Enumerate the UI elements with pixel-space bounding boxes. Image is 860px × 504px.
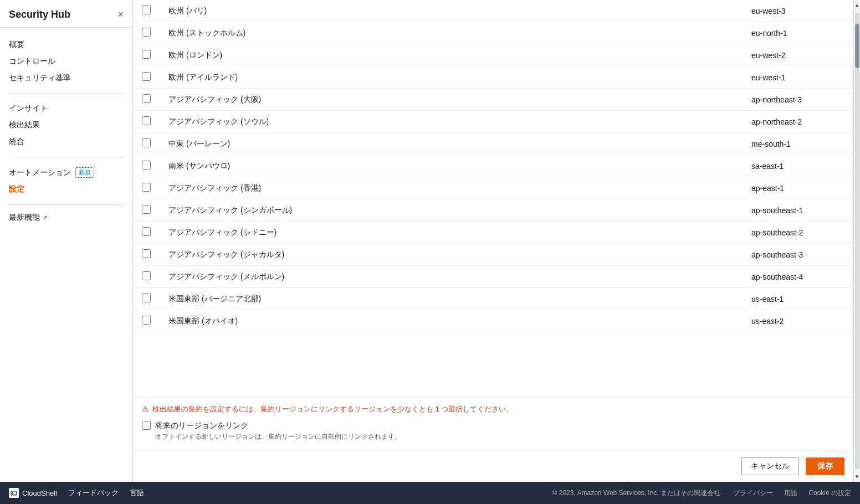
scrollbar-thumb[interactable]	[855, 24, 859, 68]
sidebar-header: Security Hub ×	[0, 0, 132, 28]
copyright-text: © 2023, Amazon Web Services, Inc. またはその関…	[552, 488, 723, 498]
region-name-0: 欧州 (パリ)	[160, 0, 743, 22]
bottom-bar-right: © 2023, Amazon Web Services, Inc. またはその関…	[552, 488, 851, 498]
sidebar-close-button[interactable]: ×	[117, 9, 124, 20]
region-checkbox-12[interactable]	[142, 271, 151, 280]
table-row: 米国東部 (バージニア北部) us-east-1	[133, 288, 853, 310]
nav-divider-3	[9, 204, 124, 205]
privacy-link[interactable]: プライバシー	[733, 488, 773, 498]
region-code-11: ap-southeast-3	[743, 244, 853, 266]
region-name-7: 南米 (サンパウロ)	[160, 155, 743, 177]
future-regions-text-block: 将来のリージョンをリンク オプトインする新しいリージョンは、集約リージョンに自動…	[155, 421, 401, 441]
region-code-8: ap-east-1	[743, 177, 853, 199]
region-name-14: 米国東部 (オハイオ)	[160, 310, 743, 332]
validation-text: 検出結果の集約を設定するには、集約リージョンにリンクするリージョンを少なくとも …	[152, 404, 513, 414]
region-name-12: アジアパシフィック (メルボルン)	[160, 266, 743, 288]
validation-message: ⚠ 検出結果の集約を設定するには、集約リージョンにリンクするリージョンを少なくと…	[142, 404, 844, 414]
region-code-3: eu-west-1	[743, 66, 853, 89]
regions-table: 欧州 (パリ) eu-west-3 欧州 (ストックホルム) eu-north-…	[133, 0, 853, 397]
scrollbar[interactable]: ▲ ▼	[853, 0, 860, 482]
region-checkbox-6[interactable]	[142, 138, 151, 147]
scrollbar-track[interactable]	[855, 13, 859, 469]
future-regions-label: 将来のリージョンをリンク	[155, 421, 401, 431]
table-row: アジアパシフィック (シドニー) ap-southeast-2	[133, 222, 853, 244]
bottom-bar-left: CloudShell フィードバック 言語	[9, 488, 144, 498]
cancel-button[interactable]: キャンセル	[741, 457, 799, 475]
external-link-icon: ↗	[42, 214, 48, 222]
table-row: アジアパシフィック (香港) ap-east-1	[133, 177, 853, 199]
save-button[interactable]: 保存	[806, 457, 844, 475]
regions-list: 欧州 (パリ) eu-west-3 欧州 (ストックホルム) eu-north-…	[133, 0, 853, 332]
region-code-6: me-south-1	[743, 133, 853, 155]
region-name-1: 欧州 (ストックホルム)	[160, 22, 743, 44]
sidebar-item-settings[interactable]: 設定	[0, 181, 132, 198]
region-checkbox-0[interactable]	[142, 6, 151, 14]
automation-badge: 新規	[75, 167, 94, 178]
terms-link[interactable]: 用語	[784, 488, 797, 498]
region-name-6: 中東 (バーレーン)	[160, 133, 743, 155]
region-name-9: アジアパシフィック (シンガポール)	[160, 199, 743, 222]
action-buttons: キャンセル 保存	[133, 450, 853, 482]
region-code-9: ap-southeast-1	[743, 199, 853, 222]
region-checkbox-11[interactable]	[142, 249, 151, 258]
region-checkbox-7[interactable]	[142, 161, 151, 169]
region-checkbox-13[interactable]	[142, 294, 151, 302]
feedback-link[interactable]: フィードバック	[68, 488, 119, 498]
nav-divider-2	[9, 157, 124, 157]
region-name-2: 欧州 (ロンドン)	[160, 44, 743, 66]
region-checkbox-9[interactable]	[142, 205, 151, 214]
table-row: 南米 (サンパウロ) sa-east-1	[133, 155, 853, 177]
region-code-1: eu-north-1	[743, 22, 853, 44]
region-checkbox-4[interactable]	[142, 94, 151, 103]
sidebar: Security Hub × 概要 コントロール セキュリティ基準 インサイト …	[0, 0, 133, 482]
region-code-5: ap-northeast-2	[743, 111, 853, 133]
region-code-7: sa-east-1	[743, 155, 853, 177]
table-row: アジアパシフィック (ソウル) ap-northeast-2	[133, 111, 853, 133]
future-regions-section: 将来のリージョンをリンク オプトインする新しいリージョンは、集約リージョンに自動…	[142, 421, 844, 441]
region-checkbox-2[interactable]	[142, 50, 151, 59]
sidebar-item-integrations[interactable]: 統合	[0, 133, 132, 150]
sidebar-item-automation-row[interactable]: オートメーション 新規	[0, 164, 132, 181]
nav-section-settings: オートメーション 新規 設定	[0, 162, 132, 200]
sidebar-item-findings[interactable]: 検出結果	[0, 117, 132, 133]
region-name-3: 欧州 (アイルランド)	[160, 66, 743, 89]
table-row: アジアパシフィック (シンガポール) ap-southeast-1	[133, 199, 853, 222]
sidebar-item-latest-features[interactable]: 最新機能 ↗	[0, 209, 132, 226]
region-name-4: アジアパシフィック (大阪)	[160, 89, 743, 111]
table-row: アジアパシフィック (大阪) ap-northeast-3	[133, 89, 853, 111]
main-content: 欧州 (パリ) eu-west-3 欧州 (ストックホルム) eu-north-…	[133, 0, 853, 482]
table-row: アジアパシフィック (ジャカルタ) ap-southeast-3	[133, 244, 853, 266]
table-row: 中東 (バーレーン) me-south-1	[133, 133, 853, 155]
nav-section-main: 概要 コントロール セキュリティ基準	[0, 34, 132, 89]
sidebar-item-controls[interactable]: コントロール	[0, 53, 132, 70]
region-checkbox-5[interactable]	[142, 116, 151, 125]
region-name-13: 米国東部 (バージニア北部)	[160, 288, 743, 310]
future-regions-sublabel: オプトインする新しいリージョンは、集約リージョンに自動的にリンクされます。	[155, 432, 401, 441]
region-checkbox-10[interactable]	[142, 227, 151, 236]
language-link[interactable]: 言語	[130, 488, 144, 498]
table-footer: ⚠ 検出結果の集約を設定するには、集約リージョンにリンクするリージョンを少なくと…	[133, 397, 853, 450]
sidebar-item-insights[interactable]: インサイト	[0, 100, 132, 117]
table-panel: 欧州 (パリ) eu-west-3 欧州 (ストックホルム) eu-north-…	[133, 0, 853, 450]
future-regions-checkbox[interactable]	[142, 421, 151, 430]
cloudshell-icon	[9, 488, 19, 498]
cookie-link[interactable]: Cookie の設定	[808, 488, 851, 498]
region-checkbox-8[interactable]	[142, 183, 151, 192]
table-row: 欧州 (アイルランド) eu-west-1	[133, 66, 853, 89]
table-row: 欧州 (ストックホルム) eu-north-1	[133, 22, 853, 44]
region-name-10: アジアパシフィック (シドニー)	[160, 222, 743, 244]
region-checkbox-3[interactable]	[142, 72, 151, 81]
region-checkbox-14[interactable]	[142, 316, 151, 325]
sidebar-item-overview[interactable]: 概要	[0, 37, 132, 53]
sidebar-item-latest-features-label: 最新機能	[9, 213, 40, 223]
region-code-4: ap-northeast-3	[743, 89, 853, 111]
region-code-2: eu-west-2	[743, 44, 853, 66]
region-checkbox-1[interactable]	[142, 28, 151, 37]
scrollbar-down-arrow[interactable]: ▼	[852, 471, 860, 482]
nav-section-secondary: インサイト 検出結果 統合	[0, 98, 132, 152]
cloudshell-label: CloudShell	[22, 489, 57, 497]
sidebar-item-security-standards[interactable]: セキュリティ基準	[0, 70, 132, 86]
nav-divider-1	[9, 93, 124, 94]
cloudshell-button[interactable]: CloudShell	[9, 488, 57, 498]
region-code-12: ap-southeast-4	[743, 266, 853, 288]
